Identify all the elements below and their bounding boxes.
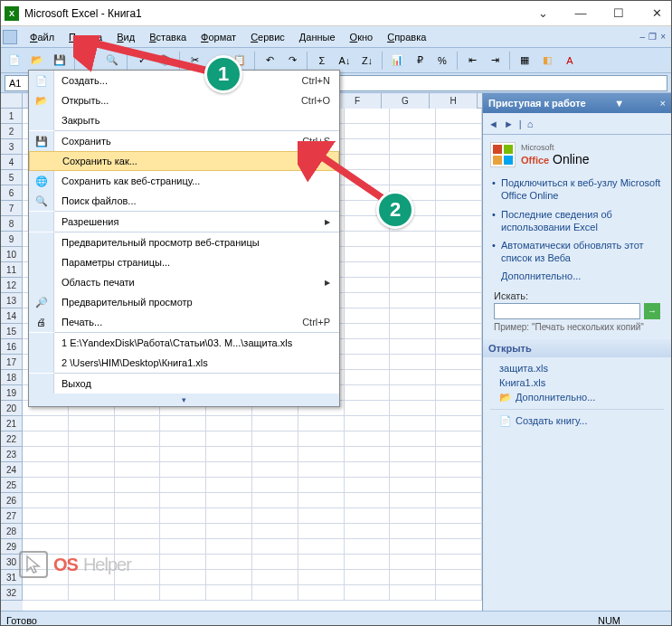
office-online-logo: Microsoft Office Office OnlineOnline	[490, 142, 664, 167]
sum-button[interactable]: Σ	[312, 51, 332, 71]
row-header[interactable]: 7	[1, 201, 23, 216]
menu-item[interactable]: Область печати▶	[29, 272, 339, 292]
nav-back-icon[interactable]: ◄	[488, 119, 498, 129]
row-header[interactable]: 21	[1, 416, 23, 432]
menu-item[interactable]: 💾СохранитьCtrl+S	[29, 131, 339, 151]
nav-fwd-icon[interactable]: ►	[504, 119, 514, 129]
sort-desc-button[interactable]: Z↓	[357, 51, 377, 71]
open-button[interactable]: 📂	[27, 51, 47, 71]
menu-item[interactable]: Сохранить как...	[29, 151, 339, 171]
menu-item[interactable]: 🌐Сохранить как веб-страницу...	[29, 171, 339, 191]
redo-button[interactable]: ↷	[282, 51, 302, 71]
taskpane-more-link[interactable]: Дополнительно...	[501, 270, 664, 281]
search-label: Искать:	[494, 290, 664, 301]
titlebar: X Microsoft Excel - Книга1 ⌄ — ☐ ✕	[1, 1, 671, 26]
row-header[interactable]: 6	[1, 185, 23, 201]
row-header[interactable]: 26	[1, 493, 23, 508]
row-header[interactable]: 18	[1, 370, 23, 385]
row-header[interactable]: 20	[1, 401, 23, 416]
menu-item[interactable]: 🔎Предварительный просмотр	[29, 292, 339, 312]
row-header[interactable]: 16	[1, 339, 23, 355]
create-book-link[interactable]: 📄Создать книгу...	[499, 415, 664, 427]
menu-item[interactable]: 1 E:\YandexDisk\Работа\Статьи\03. M...\з…	[29, 333, 339, 353]
new-button[interactable]: 📄	[5, 51, 24, 71]
menu-item[interactable]: Предварительный просмотр веб-страницы	[29, 232, 339, 252]
undo-button[interactable]: ↶	[260, 51, 279, 71]
row-header[interactable]: 14	[1, 308, 23, 324]
font-color-button[interactable]: A	[560, 51, 580, 71]
taskpane-link[interactable]: Подключиться к веб-узлу Microsoft Office…	[501, 176, 664, 203]
window-title: Microsoft Excel - Книга1	[24, 7, 532, 20]
taskpane-close-icon[interactable]: ×	[660, 98, 666, 109]
menu-expand-icon[interactable]: ▾	[29, 394, 339, 406]
row-header[interactable]: 22	[1, 432, 23, 447]
indent-right-button[interactable]: ⇥	[485, 51, 505, 71]
doc-icon[interactable]	[3, 30, 17, 44]
menu-окно[interactable]: Окно	[343, 29, 381, 45]
row-header[interactable]: 28	[1, 524, 23, 539]
percent-button[interactable]: %	[432, 51, 452, 71]
borders-button[interactable]: ▦	[515, 51, 535, 71]
row-header[interactable]: 12	[1, 278, 23, 293]
row-header[interactable]: 11	[1, 262, 23, 278]
ribbon-toggle-icon[interactable]: ⌄	[532, 3, 554, 24]
menu-item[interactable]: 🖨Печать...Ctrl+P	[29, 312, 339, 332]
col-header[interactable]: F	[334, 93, 382, 109]
menu-item[interactable]: 🔍Поиск файлов...	[29, 191, 339, 211]
row-header[interactable]: 17	[1, 355, 23, 370]
menu-справка[interactable]: Справка	[380, 29, 433, 45]
select-all-corner[interactable]	[1, 93, 23, 109]
statusbar: Готово NUM	[1, 611, 671, 626]
row-header[interactable]: 25	[1, 478, 23, 493]
menu-item[interactable]: Выход	[29, 374, 339, 394]
row-header[interactable]: 27	[1, 508, 23, 524]
mdi-close-icon[interactable]: ×	[660, 32, 666, 42]
search-go-button[interactable]: →	[644, 303, 660, 319]
mdi-minimize-icon[interactable]: –	[640, 32, 646, 42]
row-header[interactable]: 32	[1, 585, 23, 601]
row-header[interactable]: 19	[1, 385, 23, 401]
row-header[interactable]: 23	[1, 447, 23, 462]
sort-asc-button[interactable]: A↓	[335, 51, 355, 71]
row-header[interactable]: 24	[1, 462, 23, 478]
cursor-icon	[19, 551, 48, 578]
menu-item[interactable]: Параметры страницы...	[29, 252, 339, 272]
menu-сервис[interactable]: Сервис	[243, 29, 292, 45]
recent-file-link[interactable]: Книга1.xls	[499, 377, 664, 388]
menu-файл[interactable]: Файл	[23, 29, 62, 45]
menu-item[interactable]: Закрыть	[29, 110, 339, 130]
row-header[interactable]: 10	[1, 247, 23, 262]
open-section-header: Открыть	[483, 339, 671, 357]
fill-color-button[interactable]: ◧	[537, 51, 557, 71]
search-input[interactable]	[494, 303, 640, 319]
save-button[interactable]: 💾	[50, 51, 70, 71]
col-header[interactable]: G	[382, 93, 430, 109]
row-header[interactable]: 4	[1, 155, 23, 170]
minimize-button[interactable]: —	[570, 3, 592, 24]
open-more-link[interactable]: 📂Дополнительно...	[499, 392, 664, 403]
mdi-restore-icon[interactable]: ❐	[648, 32, 657, 42]
chart-button[interactable]: 📊	[387, 51, 407, 71]
col-header[interactable]: H	[430, 93, 478, 109]
currency-button[interactable]: ₽	[410, 51, 430, 71]
menu-item[interactable]: 📂Открыть...Ctrl+O	[29, 90, 339, 110]
row-header[interactable]: 8	[1, 216, 23, 232]
taskpane-link[interactable]: Автоматически обновлять этот список из В…	[501, 239, 664, 265]
close-button[interactable]: ✕	[646, 3, 667, 24]
row-header[interactable]: 1	[1, 109, 23, 124]
recent-file-link[interactable]: защита.xls	[499, 363, 664, 374]
row-header[interactable]: 3	[1, 139, 23, 155]
row-header[interactable]: 9	[1, 232, 23, 247]
taskpane-link[interactable]: Последние сведения об использовании Exce…	[501, 208, 664, 234]
taskpane-dropdown-icon[interactable]: ▼	[614, 98, 624, 109]
nav-home-icon[interactable]: ⌂	[527, 119, 534, 129]
indent-left-button[interactable]: ⇤	[462, 51, 482, 71]
row-header[interactable]: 15	[1, 324, 23, 339]
row-header[interactable]: 5	[1, 170, 23, 185]
maximize-button[interactable]: ☐	[608, 3, 629, 24]
menu-item[interactable]: Разрешения▶	[29, 212, 339, 232]
row-header[interactable]: 13	[1, 293, 23, 308]
menu-данные[interactable]: Данные	[292, 29, 343, 45]
row-header[interactable]: 2	[1, 124, 23, 139]
menu-item[interactable]: 2 \Users\HIM\Desktop\Книга1.xls	[29, 353, 339, 373]
